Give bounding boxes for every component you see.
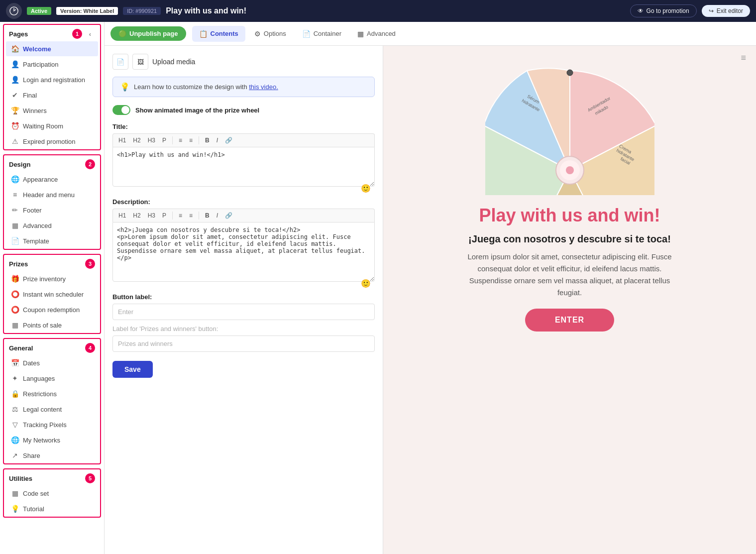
description-toolbar: H1 H2 H3 P ≡ ≡ B I 🔗 bbox=[112, 209, 375, 222]
svg-point-4 bbox=[566, 166, 574, 174]
desc-list2-btn[interactable]: ≡ bbox=[187, 211, 195, 220]
sidebar-item-code-set[interactable]: ▦ Code set bbox=[6, 486, 98, 501]
sidebar-item-restrictions[interactable]: 🔒 Restrictions bbox=[6, 386, 98, 401]
sidebar-item-welcome[interactable]: 🏠 Welcome bbox=[6, 41, 98, 56]
prizes-winners-input[interactable] bbox=[112, 335, 375, 352]
button-label-field-label: Button label: bbox=[112, 293, 375, 301]
sidebar-item-tracking-pixels[interactable]: ▽ Tracking Pixels bbox=[6, 417, 98, 432]
check-icon: ✔ bbox=[11, 91, 19, 99]
desc-emoji-btn[interactable]: 🙂 bbox=[361, 279, 371, 288]
sidebar-item-dates[interactable]: 📅 Dates bbox=[6, 355, 98, 370]
h3-btn[interactable]: H3 bbox=[145, 136, 158, 145]
sidebar-item-coupon-redemption[interactable]: ⭕ Coupon redemption bbox=[6, 302, 98, 317]
sidebar-item-footer[interactable]: ✏ Footer bbox=[6, 203, 98, 218]
sidebar-section-general: General 4 📅 Dates ✦ Languages 🔒 Restrict… bbox=[3, 338, 101, 464]
sidebar-item-languages[interactable]: ✦ Languages bbox=[6, 371, 98, 386]
description-textarea[interactable]: <h2>¡Juega con nosotros y descubre si te… bbox=[112, 222, 375, 282]
desc-h2-btn[interactable]: H2 bbox=[130, 211, 143, 220]
desc-list-btn[interactable]: ≡ bbox=[176, 211, 185, 220]
circle-icon: ⭕ bbox=[11, 290, 19, 298]
section-badge-pages: 1 bbox=[72, 29, 82, 39]
section-badge-general: 4 bbox=[85, 343, 95, 353]
h2-btn[interactable]: H2 bbox=[130, 136, 143, 145]
goto-promotion-button[interactable]: 👁 Go to promotion bbox=[630, 4, 697, 17]
bold-btn[interactable]: B bbox=[203, 136, 212, 145]
title-textarea[interactable]: <h1>Play with us and win!</h1> bbox=[112, 147, 375, 187]
editor-panel: 📄 🖼 Upload media 💡 Learn how to customiz… bbox=[105, 46, 383, 554]
person2-icon: 👤 bbox=[11, 76, 19, 84]
sidebar-item-my-networks[interactable]: 🌐 My Networks bbox=[6, 433, 98, 447]
info-text: Learn how to customize the design with t… bbox=[134, 83, 278, 91]
preview-body-text: Lorem ipsum dolor sit amet, consectetur … bbox=[465, 251, 674, 299]
tab-container[interactable]: 📄 Container bbox=[295, 26, 348, 42]
desc-p-btn[interactable]: P bbox=[160, 211, 169, 220]
section-header-prizes: Prizes 3 bbox=[4, 255, 100, 271]
sidebar-item-winners[interactable]: 🏆 Winners bbox=[6, 103, 98, 118]
sidebar-item-legal-content[interactable]: ⚖ Legal content bbox=[6, 402, 98, 417]
sidebar-item-header-menu[interactable]: ≡ Header and menu bbox=[6, 187, 98, 202]
desc-h1-btn[interactable]: H1 bbox=[116, 211, 128, 220]
preview-enter-button[interactable]: ENTER bbox=[525, 309, 614, 332]
sidebar-collapse-pages[interactable]: ‹ bbox=[85, 29, 95, 39]
sidebar-item-appearance[interactable]: 🌐 Appearance bbox=[6, 172, 98, 187]
link-btn[interactable]: 🔗 bbox=[222, 136, 235, 145]
section-badge-utilities: 5 bbox=[85, 473, 95, 483]
preview-main-title: Play with us and win! bbox=[403, 205, 736, 225]
gift-icon: 🎁 bbox=[11, 275, 19, 283]
list-btn[interactable]: ≡ bbox=[176, 136, 185, 145]
sidebar-item-final[interactable]: ✔ Final bbox=[6, 88, 98, 103]
p-btn[interactable]: P bbox=[160, 136, 169, 145]
button-label-input[interactable] bbox=[112, 304, 375, 320]
prize-wheel-svg: Ambientador mikado Crema hidratante faci… bbox=[485, 56, 654, 195]
upload-icon-btn-1[interactable]: 📄 bbox=[112, 54, 128, 70]
toolbar-sep-2 bbox=[199, 136, 199, 144]
sidebar-item-waiting-room[interactable]: ⏰ Waiting Room bbox=[6, 118, 98, 133]
sidebar-item-points-of-sale[interactable]: ▦ Points of sale bbox=[6, 318, 98, 332]
toggle-on-icon: 🟢 bbox=[118, 30, 126, 37]
coupon-icon: ⭕ bbox=[11, 306, 19, 314]
sidebar-item-login-registration[interactable]: 👤 Login and registration bbox=[6, 72, 98, 87]
save-button[interactable]: Save bbox=[112, 361, 153, 378]
desc-toolbar-sep-2 bbox=[199, 212, 199, 220]
desc-bold-btn[interactable]: B bbox=[203, 211, 212, 220]
sidebar-item-prize-inventory[interactable]: 🎁 Prize inventory bbox=[6, 271, 98, 286]
sidebar-item-template[interactable]: 📄 Template bbox=[6, 233, 98, 248]
exit-editor-button[interactable]: ↪ Exit editor bbox=[702, 5, 750, 17]
sidebar-item-instant-win[interactable]: ⭕ Instant win scheduler bbox=[6, 287, 98, 302]
h1-btn[interactable]: H1 bbox=[116, 136, 128, 145]
tab-options[interactable]: ⚙ Options bbox=[247, 26, 293, 42]
sidebar-item-tutorial[interactable]: 💡 Tutorial bbox=[6, 501, 98, 516]
container-tab-icon: 📄 bbox=[302, 30, 311, 38]
status-badge-active: Active bbox=[27, 7, 51, 15]
animated-wheel-toggle[interactable] bbox=[112, 105, 130, 115]
contents-tab-icon: 📋 bbox=[199, 30, 208, 38]
sidebar-item-participation[interactable]: 👤 Participation bbox=[6, 57, 98, 72]
sidebar-item-advanced[interactable]: ▦ Advanced bbox=[6, 218, 98, 233]
clock-icon: ⏰ bbox=[11, 122, 19, 130]
desc-link-btn[interactable]: 🔗 bbox=[222, 211, 235, 220]
tab-advanced[interactable]: ▦ Advanced bbox=[350, 26, 403, 42]
code-icon: ▦ bbox=[11, 489, 19, 497]
lock-icon: 🔒 bbox=[11, 390, 19, 398]
italic-btn[interactable]: I bbox=[214, 136, 220, 145]
section-header-utilities: Utilities 5 bbox=[4, 469, 100, 485]
tab-contents[interactable]: 📋 Contents bbox=[192, 26, 245, 42]
desc-italic-btn[interactable]: I bbox=[214, 211, 220, 220]
preview-area: ≡ bbox=[383, 46, 756, 554]
content-area: 🟢 Unpublish page 📋 Contents ⚙ Options 📄 … bbox=[105, 22, 756, 554]
options-tab-icon: ⚙ bbox=[254, 30, 261, 38]
title-emoji-btn[interactable]: 🙂 bbox=[361, 184, 371, 193]
hamburger-icon[interactable]: ≡ bbox=[741, 53, 746, 63]
info-box: 💡 Learn how to customize the design with… bbox=[112, 77, 375, 97]
sidebar-item-share[interactable]: ↗ Share bbox=[6, 448, 98, 463]
list2-btn[interactable]: ≡ bbox=[187, 136, 195, 145]
upload-icon-btn-2[interactable]: 🖼 bbox=[132, 54, 148, 70]
unpublish-page-button[interactable]: 🟢 Unpublish page bbox=[110, 26, 186, 41]
page-title: Play with us and win! bbox=[166, 6, 625, 15]
desc-h3-btn[interactable]: H3 bbox=[145, 211, 158, 220]
info-link[interactable]: this video. bbox=[249, 83, 278, 91]
id-badge: ID: #990921 bbox=[123, 7, 161, 15]
sidebar-item-expired-promotion[interactable]: ⚠ Expired promotion bbox=[6, 134, 98, 149]
editor-preview-row: 📄 🖼 Upload media 💡 Learn how to customiz… bbox=[105, 46, 756, 554]
description-textarea-wrapper: <h2>¡Juega con nosotros y descubre si te… bbox=[112, 222, 375, 291]
